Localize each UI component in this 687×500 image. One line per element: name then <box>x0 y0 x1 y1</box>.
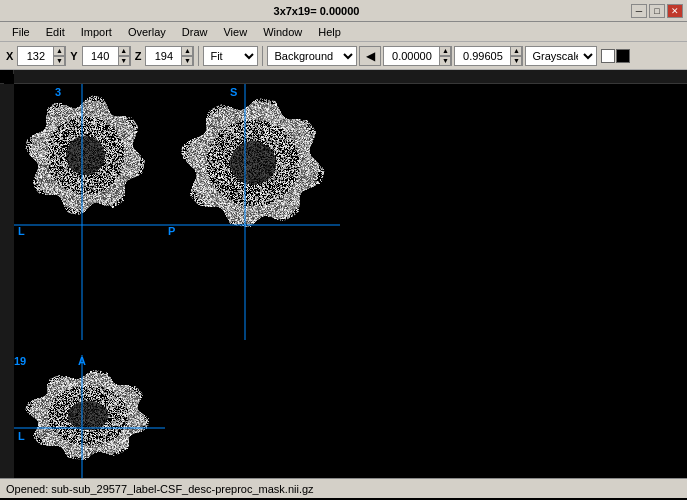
status-text: Opened: sub-sub_29577_label-CSF_desc-pre… <box>6 483 314 495</box>
val2-up-btn[interactable]: ▲ <box>510 46 522 56</box>
label-19: 19 <box>14 355 26 367</box>
close-button[interactable]: ✕ <box>667 4 683 18</box>
val1-input[interactable] <box>384 47 439 65</box>
label-S-top: S <box>230 86 237 98</box>
menu-window[interactable]: Window <box>255 24 310 40</box>
menu-draw[interactable]: Draw <box>174 24 216 40</box>
sep2 <box>262 46 263 66</box>
ruler-vertical <box>0 84 14 478</box>
menu-edit[interactable]: Edit <box>38 24 73 40</box>
label-3: 3 <box>55 86 61 98</box>
color-swatch-1 <box>601 49 615 63</box>
y-down-btn[interactable]: ▼ <box>118 56 130 66</box>
x-coord-spinner[interactable]: ▲ ▼ <box>17 46 66 66</box>
colormap-select[interactable]: Grayscale Hot Cool Rainbow <box>525 46 597 66</box>
brain-canvas <box>0 70 687 478</box>
val1-spinner[interactable]: ▲ ▼ <box>383 46 452 66</box>
label-P: P <box>168 225 175 237</box>
x-label: X <box>4 50 15 62</box>
y-up-btn[interactable]: ▲ <box>118 46 130 56</box>
minimize-button[interactable]: ─ <box>631 4 647 18</box>
z-coord-input[interactable] <box>146 47 181 65</box>
menu-help[interactable]: Help <box>310 24 349 40</box>
val2-input[interactable] <box>455 47 510 65</box>
val2-down-btn[interactable]: ▼ <box>510 56 522 66</box>
z-down-btn[interactable]: ▼ <box>181 56 193 66</box>
val1-down-btn[interactable]: ▼ <box>439 56 451 66</box>
menu-file[interactable]: File <box>4 24 38 40</box>
label-L-top: L <box>18 225 25 237</box>
menu-bar: File Edit Import Overlay Draw View Windo… <box>0 22 687 42</box>
x-down-btn[interactable]: ▼ <box>53 56 65 66</box>
menu-import[interactable]: Import <box>73 24 120 40</box>
val2-spinner[interactable]: ▲ ▼ <box>454 46 523 66</box>
status-bar: Opened: sub-sub_29577_label-CSF_desc-pre… <box>0 478 687 498</box>
x-up-btn[interactable]: ▲ <box>53 46 65 56</box>
background-select[interactable]: Background <box>267 46 357 66</box>
label-L-bot: L <box>18 430 25 442</box>
title-bar: 3x7x19= 0.00000 ─ □ ✕ <box>0 0 687 22</box>
y-label: Y <box>68 50 79 62</box>
z-label: Z <box>133 50 144 62</box>
z-coord-spinner[interactable]: ▲ ▼ <box>145 46 194 66</box>
ruler-horizontal <box>14 70 687 84</box>
val1-up-btn[interactable]: ▲ <box>439 46 451 56</box>
z-up-btn[interactable]: ▲ <box>181 46 193 56</box>
label-A: A <box>78 355 86 367</box>
fit-select[interactable]: Fit 25% 50% 100% 200% <box>203 46 258 66</box>
toolbar: X ▲ ▼ Y ▲ ▼ Z ▲ ▼ Fit 25% 50% 100% 200% … <box>0 42 687 70</box>
color-swatch-2 <box>616 49 630 63</box>
menu-view[interactable]: View <box>215 24 255 40</box>
image-area[interactable]: 3 S L P L 19 A <box>0 70 687 478</box>
back-button[interactable]: ◀ <box>359 46 381 66</box>
maximize-button[interactable]: □ <box>649 4 665 18</box>
y-coord-spinner[interactable]: ▲ ▼ <box>82 46 131 66</box>
y-coord-input[interactable] <box>83 47 118 65</box>
title-text: 3x7x19= 0.00000 <box>4 5 629 17</box>
x-coord-input[interactable] <box>18 47 53 65</box>
sep1 <box>198 46 199 66</box>
menu-overlay[interactable]: Overlay <box>120 24 174 40</box>
